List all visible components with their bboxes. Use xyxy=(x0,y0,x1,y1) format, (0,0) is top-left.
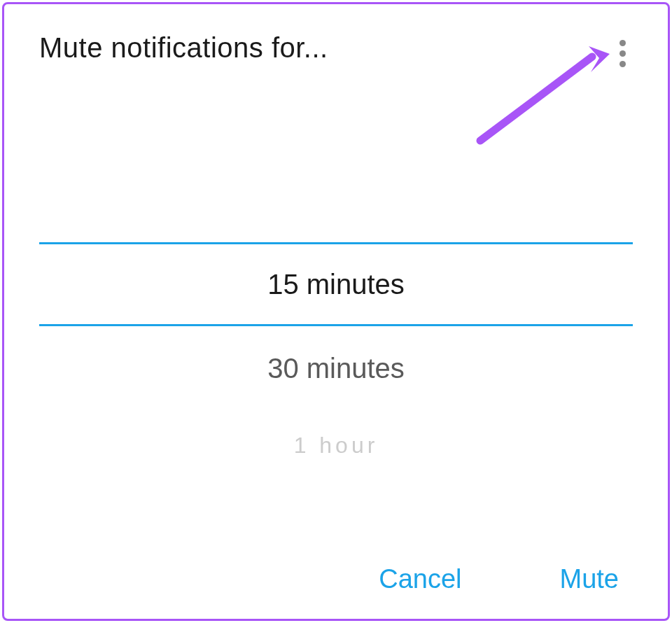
picker-selected-row[interactable]: 15 minutes xyxy=(39,242,633,326)
mute-dialog: Mute notifications for... 15 minutes 30 … xyxy=(2,2,670,621)
dot-icon xyxy=(620,50,626,57)
picker-option-selected: 15 minutes xyxy=(267,269,405,300)
cancel-button[interactable]: Cancel xyxy=(365,557,475,601)
dot-icon xyxy=(620,40,626,46)
picker-option-next: 30 minutes xyxy=(267,353,405,384)
dialog-content: Mute notifications for... 15 minutes 30 … xyxy=(4,4,668,619)
more-options-icon[interactable] xyxy=(612,36,633,71)
mute-button[interactable]: Mute xyxy=(546,557,633,601)
picker-next-row[interactable]: 30 minutes xyxy=(39,326,633,410)
picker-option-faded: 1 hour xyxy=(294,433,379,458)
dialog-actions: Cancel Mute xyxy=(365,557,633,601)
duration-picker[interactable]: 15 minutes 30 minutes 1 hour xyxy=(39,242,633,480)
picker-faded-row[interactable]: 1 hour xyxy=(39,410,633,480)
dialog-title: Mute notifications for... xyxy=(39,32,633,64)
dot-icon xyxy=(620,61,626,67)
svg-line-1 xyxy=(480,57,592,141)
